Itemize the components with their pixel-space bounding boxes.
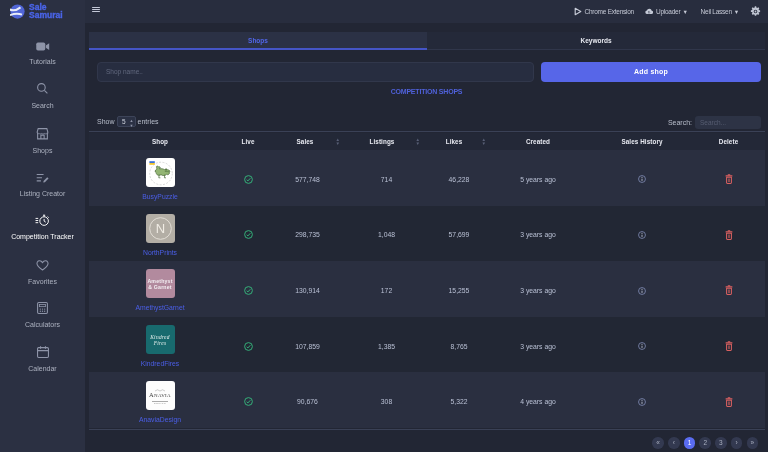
svg-text:N: N bbox=[155, 221, 164, 236]
